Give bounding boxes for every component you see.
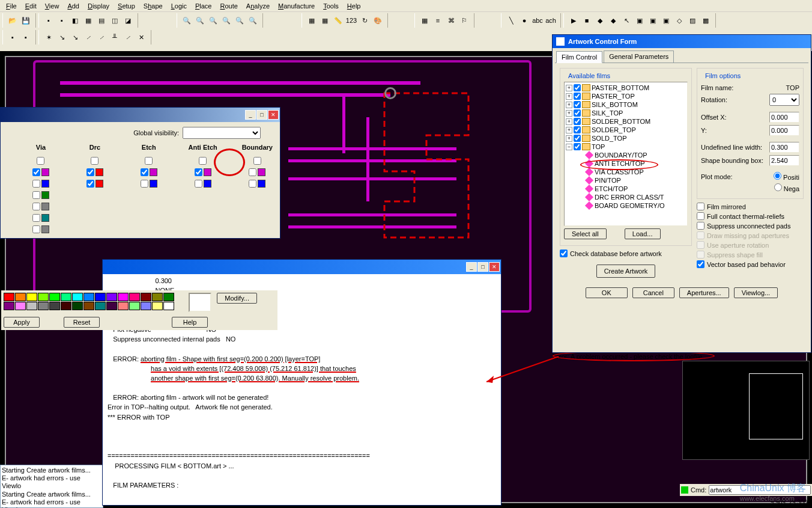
maximize-button[interactable]: □	[256, 110, 267, 120]
rotation-select[interactable]: 0	[769, 94, 799, 106]
b3-icon[interactable]: ◆	[594, 14, 606, 26]
close-button[interactable]: ✕	[268, 110, 279, 120]
check-db-checkbox[interactable]	[560, 249, 568, 257]
palette-swatch[interactable]	[72, 302, 83, 310]
ok-button[interactable]: OK	[586, 287, 628, 298]
ae-cb-2[interactable]	[195, 180, 202, 188]
r5-icon[interactable]: ↘	[69, 31, 81, 43]
offset-y-input[interactable]	[769, 125, 799, 136]
palette-swatch[interactable]	[26, 302, 37, 310]
r3-icon[interactable]: ✶	[43, 31, 55, 43]
zoom-select-icon[interactable]: 🔍	[247, 14, 259, 26]
b6-icon[interactable]: ▣	[647, 14, 659, 26]
via-icon[interactable]: ●	[518, 14, 530, 26]
via-cb-1[interactable]	[32, 168, 40, 176]
save-icon[interactable]: 💾	[20, 14, 32, 26]
log-minimize-button[interactable]: _	[466, 262, 477, 272]
film-mirrored-checkbox[interactable]	[697, 203, 704, 210]
tb-status-icon[interactable]: ◫	[109, 14, 121, 26]
palette-swatch[interactable]	[4, 293, 14, 301]
log-maximize-button[interactable]: □	[477, 262, 488, 272]
help-button[interactable]: Help	[172, 317, 208, 328]
bd-cb-2[interactable]	[249, 180, 256, 188]
viewlog-button[interactable]: Viewlog...	[734, 287, 778, 298]
palette-swatch[interactable]	[118, 293, 129, 301]
palette-swatch[interactable]	[61, 293, 71, 301]
palette-swatch[interactable]	[38, 293, 49, 301]
r2-icon[interactable]: ▪	[20, 31, 32, 43]
r9-icon[interactable]: ⟋	[122, 31, 134, 43]
drc-icon[interactable]: ⚐	[458, 14, 470, 26]
zoom-window-icon[interactable]: 🔍	[220, 14, 232, 26]
line-icon[interactable]: ╲	[505, 14, 517, 26]
menu-manufacture[interactable]: Manufacture	[274, 1, 318, 10]
tb-layer-icon[interactable]: ▦	[82, 14, 94, 26]
menu-file[interactable]: File	[2, 1, 20, 10]
menu-analyze[interactable]: Analyze	[243, 1, 273, 10]
palette-swatch[interactable]	[163, 302, 174, 310]
apply-button[interactable]: Apply	[4, 317, 40, 328]
tab-general-params[interactable]: General Parameters	[604, 50, 674, 63]
color2-icon[interactable]: ▦	[319, 14, 331, 26]
palette-swatch[interactable]	[141, 293, 151, 301]
menu-add[interactable]: Add	[64, 1, 83, 10]
cancel-button[interactable]: Cancel	[632, 287, 674, 298]
palette-swatch[interactable]	[118, 302, 129, 310]
color1-icon[interactable]: ▦	[306, 14, 318, 26]
b8-icon[interactable]: ◇	[673, 14, 685, 26]
palette-swatch[interactable]	[26, 293, 37, 301]
load-button[interactable]: Load...	[625, 228, 661, 239]
current-color[interactable]	[189, 293, 211, 312]
zoom-fit-icon[interactable]: 🔍	[207, 14, 219, 26]
layers-icon[interactable]: ≡	[432, 14, 444, 26]
b9-icon[interactable]: ▨	[686, 14, 698, 26]
tab-film-control[interactable]: Film Control	[556, 51, 602, 63]
palette-swatch[interactable]	[4, 302, 14, 310]
plot-positive-radio[interactable]	[774, 172, 781, 180]
drc-cb-all[interactable]	[91, 157, 98, 165]
menu-display[interactable]: Display	[84, 1, 113, 10]
r1-icon[interactable]: ▪	[7, 31, 19, 43]
b10-icon[interactable]: ▩	[700, 14, 712, 26]
films-tree[interactable]: +PASTER_BOTTOM +PASTER_TOP +SILK_BOTTOM …	[564, 82, 688, 226]
tb-shape-icon[interactable]: ◧	[69, 14, 81, 26]
palette-swatch[interactable]	[129, 293, 140, 301]
b2-icon[interactable]: ■	[581, 14, 593, 26]
refresh-icon[interactable]: ↻	[359, 14, 371, 26]
r4-icon[interactable]: ↘	[56, 31, 68, 43]
b5-icon[interactable]: ▣	[634, 14, 646, 26]
etch-cb-1[interactable]	[141, 168, 148, 176]
palette-swatch[interactable]	[83, 293, 94, 301]
bounding-box-input[interactable]	[769, 155, 799, 166]
vector-pad-checkbox[interactable]	[697, 260, 704, 268]
tb-red2-icon[interactable]: ▪	[56, 14, 68, 26]
r7-icon[interactable]: ⟋	[95, 31, 108, 43]
ae-cb-all[interactable]	[199, 157, 207, 165]
palette-swatch[interactable]	[49, 293, 60, 301]
zoom-in-icon[interactable]: 🔍	[181, 14, 193, 26]
palette-swatch[interactable]	[61, 302, 71, 310]
zoom-prev-icon[interactable]: 🔍	[234, 14, 246, 26]
text3-icon[interactable]: ach	[545, 14, 557, 26]
palette-swatch[interactable]	[95, 293, 106, 301]
palette-swatch[interactable]	[152, 302, 163, 310]
palette-swatch[interactable]	[141, 302, 151, 310]
menu-route[interactable]: Route	[216, 1, 241, 10]
palette-swatch[interactable]	[72, 293, 83, 301]
drc-cb-1[interactable]	[86, 168, 94, 176]
palette-swatch[interactable]	[38, 302, 49, 310]
palette-swatch[interactable]	[15, 302, 26, 310]
menu-view[interactable]: View	[41, 1, 63, 10]
via-cb-4[interactable]	[32, 203, 40, 210]
minimize-button[interactable]: _	[245, 110, 256, 120]
open-icon[interactable]: 📂	[7, 14, 19, 26]
bd-cb-all[interactable]	[253, 157, 261, 165]
via-cb-6[interactable]	[32, 225, 40, 233]
thermal-reliefs-checkbox[interactable]	[697, 212, 704, 220]
text2-icon[interactable]: abc	[532, 14, 544, 26]
menu-tools[interactable]: Tools	[320, 1, 342, 10]
palette-swatch[interactable]	[15, 293, 26, 301]
arrow-icon[interactable]: ↖	[620, 14, 632, 26]
undef-width-input[interactable]	[769, 142, 799, 153]
tb-label-icon[interactable]: ◪	[122, 14, 134, 26]
